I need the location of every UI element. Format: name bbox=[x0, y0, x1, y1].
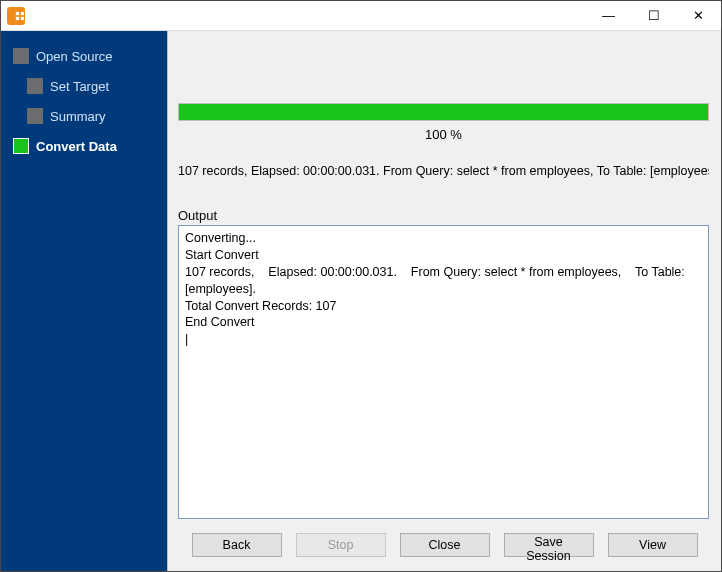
text-caret bbox=[185, 332, 188, 346]
step-icon bbox=[27, 108, 43, 124]
sidebar-item-summary[interactable]: Summary bbox=[1, 101, 167, 131]
sidebar-item-open-source[interactable]: Open Source bbox=[1, 41, 167, 71]
title-bar: — ☐ ✕ bbox=[1, 1, 721, 31]
top-spacer bbox=[178, 41, 709, 103]
step-icon bbox=[13, 48, 29, 64]
save-session-button[interactable]: Save Session bbox=[504, 533, 594, 557]
progress-fill bbox=[179, 104, 708, 120]
sidebar-item-label: Open Source bbox=[36, 49, 113, 64]
output-text: Converting... Start Convert 107 records,… bbox=[185, 231, 688, 329]
button-row: Back Stop Close Save Session View bbox=[168, 523, 721, 571]
step-icon bbox=[13, 138, 29, 154]
stop-button[interactable]: Stop bbox=[296, 533, 386, 557]
output-textarea[interactable]: Converting... Start Convert 107 records,… bbox=[178, 225, 709, 519]
sidebar-item-set-target[interactable]: Set Target bbox=[1, 71, 167, 101]
body: Open Source Set Target Summary Convert D… bbox=[1, 31, 721, 571]
sidebar: Open Source Set Target Summary Convert D… bbox=[1, 31, 167, 571]
svg-rect-2 bbox=[16, 16, 19, 19]
back-button[interactable]: Back bbox=[192, 533, 282, 557]
title-bar-left bbox=[1, 7, 31, 25]
main-panel: 100 % 107 records, Elapsed: 00:00:00.031… bbox=[167, 31, 721, 571]
maximize-button[interactable]: ☐ bbox=[631, 1, 676, 30]
view-button[interactable]: View bbox=[608, 533, 698, 557]
window-controls: — ☐ ✕ bbox=[586, 1, 721, 30]
sidebar-item-convert-data[interactable]: Convert Data bbox=[1, 131, 167, 161]
sidebar-item-label: Summary bbox=[50, 109, 106, 124]
svg-rect-0 bbox=[16, 11, 19, 14]
progress-section: 100 % bbox=[178, 103, 709, 142]
app-window: — ☐ ✕ Open Source Set Target Summary Con… bbox=[0, 0, 722, 572]
output-label: Output bbox=[178, 208, 709, 223]
progress-bar bbox=[178, 103, 709, 121]
progress-label: 100 % bbox=[178, 127, 709, 142]
svg-rect-3 bbox=[21, 16, 24, 19]
close-button[interactable]: Close bbox=[400, 533, 490, 557]
summary-line: 107 records, Elapsed: 00:00:00.031. From… bbox=[178, 164, 709, 178]
content: 100 % 107 records, Elapsed: 00:00:00.031… bbox=[168, 31, 721, 523]
window-close-button[interactable]: ✕ bbox=[676, 1, 721, 30]
step-icon bbox=[27, 78, 43, 94]
svg-rect-1 bbox=[21, 11, 24, 14]
sidebar-item-label: Convert Data bbox=[36, 139, 117, 154]
minimize-button[interactable]: — bbox=[586, 1, 631, 30]
app-icon bbox=[7, 7, 25, 25]
sidebar-item-label: Set Target bbox=[50, 79, 109, 94]
